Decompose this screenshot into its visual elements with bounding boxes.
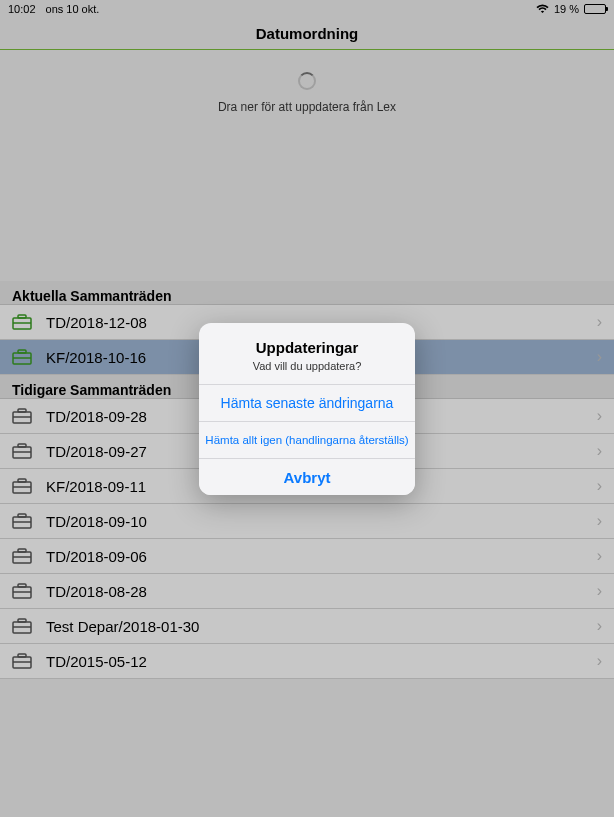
update-alert: Uppdateringar Vad vill du uppdatera? Häm… <box>199 323 415 495</box>
alert-title: Uppdateringar <box>211 339 403 356</box>
fetch-latest-button[interactable]: Hämta senaste ändringarna <box>199 385 415 421</box>
cancel-button[interactable]: Avbryt <box>199 459 415 495</box>
fetch-all-button[interactable]: Hämta allt igen (handlingarna återställs… <box>199 422 415 458</box>
alert-message: Vad vill du uppdatera? <box>211 360 403 372</box>
